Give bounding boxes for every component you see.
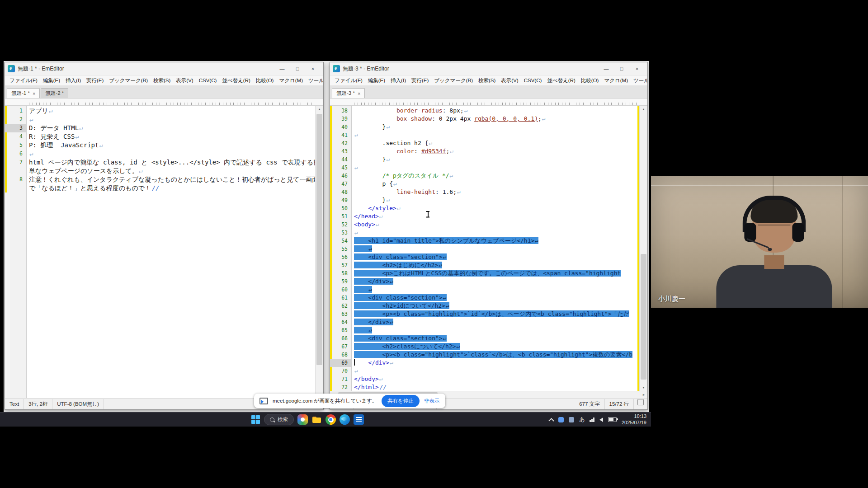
line-number[interactable]: 39 bbox=[330, 115, 351, 123]
line-number[interactable]: 69 bbox=[330, 359, 351, 367]
line-number[interactable]: 8 bbox=[5, 175, 26, 192]
title-bar[interactable]: 無題-1 * - EmEditor — □ × bbox=[5, 62, 323, 75]
line-number[interactable]: 58 bbox=[330, 269, 351, 277]
title-bar[interactable]: 無題-3 * - EmEditor — □ × bbox=[330, 62, 647, 75]
network-icon[interactable] bbox=[590, 417, 594, 422]
line-number[interactable]: 2 bbox=[5, 115, 26, 124]
line-number[interactable]: 55 bbox=[330, 245, 351, 253]
line-text[interactable]: <h2>idについて</h2>↵ bbox=[351, 302, 647, 310]
line-number[interactable]: 46 bbox=[330, 172, 351, 180]
maximize-icon[interactable]: □ bbox=[614, 63, 629, 74]
text-editor-area[interactable]: 38 border-radius: 8px;↵39 box-shadow: 0 … bbox=[330, 106, 647, 391]
line-text[interactable]: .section h2 {↵ bbox=[351, 139, 647, 147]
vertical-scrollbar[interactable]: ▲ ▼ bbox=[315, 106, 323, 398]
line-number[interactable]: 57 bbox=[330, 261, 351, 269]
line-text[interactable]: </body>↵ bbox=[351, 375, 647, 383]
tab-close-icon[interactable]: × bbox=[358, 91, 360, 96]
editor-tab[interactable]: 無題-2 * bbox=[41, 88, 68, 98]
line-text[interactable]: color: #d9534f;↵ bbox=[351, 147, 647, 155]
status-zoom-icon[interactable] bbox=[637, 399, 644, 405]
line-number[interactable]: 5 bbox=[5, 141, 26, 150]
scroll-up-icon[interactable]: ▲ bbox=[316, 106, 323, 113]
line-text[interactable]: </head>↵ bbox=[351, 212, 647, 221]
menu-item[interactable]: ツール(L) bbox=[306, 77, 323, 84]
line-text[interactable]: <h2>はじめに</h2>↵ bbox=[351, 261, 647, 269]
line-text[interactable]: </div>↵ bbox=[351, 359, 647, 367]
line-number[interactable]: 68 bbox=[330, 351, 351, 359]
notes-app-icon[interactable] bbox=[354, 414, 364, 425]
menu-item[interactable]: 編集(E) bbox=[40, 77, 63, 84]
line-number[interactable]: 50 bbox=[330, 204, 351, 212]
line-number[interactable]: 47 bbox=[330, 180, 351, 188]
menu-item[interactable]: 比較(O) bbox=[253, 77, 277, 84]
menu-item[interactable]: 比較(O) bbox=[578, 77, 602, 84]
line-number[interactable]: 60 bbox=[330, 286, 351, 294]
line-text[interactable]: <p><b class="highlight">`class`</b>は、<b … bbox=[351, 351, 647, 359]
line-text[interactable]: }↵ bbox=[351, 155, 647, 164]
line-number[interactable]: 54 bbox=[330, 237, 351, 245]
line-text[interactable]: <h2>classについて</h2>↵ bbox=[351, 343, 647, 351]
line-number[interactable]: 66 bbox=[330, 334, 351, 343]
line-number[interactable]: 61 bbox=[330, 294, 351, 302]
line-number[interactable]: 51 bbox=[330, 212, 351, 221]
menu-item[interactable]: 表示(V) bbox=[498, 77, 521, 84]
text-editor-area[interactable]: 1アプリ↵2↵3D: データ HTML↵4R: 見栄え CSS↵5P: 処理 J… bbox=[5, 106, 323, 398]
menu-item[interactable]: ファイル(F) bbox=[7, 77, 40, 84]
line-text[interactable]: アプリ↵ bbox=[26, 107, 323, 115]
line-number[interactable]: 53 bbox=[330, 229, 351, 237]
close-icon[interactable]: × bbox=[629, 63, 645, 74]
line-number[interactable]: 56 bbox=[330, 253, 351, 261]
tab-close-icon[interactable]: × bbox=[33, 91, 35, 96]
line-text[interactable]: ↵ bbox=[26, 150, 323, 158]
menu-item[interactable]: ツール(L) bbox=[631, 77, 647, 84]
line-number[interactable]: 65 bbox=[330, 326, 351, 334]
line-number[interactable]: 72 bbox=[330, 383, 351, 391]
taskbar-search[interactable]: 検索 bbox=[264, 414, 294, 425]
vertical-scrollbar[interactable]: ▲ ▼ bbox=[639, 106, 647, 391]
line-number[interactable]: 1 bbox=[5, 107, 26, 115]
line-text[interactable]: }↵ bbox=[351, 123, 647, 131]
line-text[interactable]: ↵ bbox=[351, 245, 647, 253]
line-text[interactable]: ↵ bbox=[351, 164, 647, 172]
chrome-icon[interactable] bbox=[326, 414, 336, 425]
line-number[interactable]: 64 bbox=[330, 318, 351, 326]
edge-icon[interactable] bbox=[340, 414, 350, 425]
tray-overflow-chevron-icon[interactable] bbox=[548, 418, 554, 424]
line-number[interactable]: 70 bbox=[330, 367, 351, 375]
line-number[interactable]: 49 bbox=[330, 196, 351, 204]
menu-item[interactable]: 検索(S) bbox=[151, 77, 173, 84]
line-text[interactable]: }↵ bbox=[351, 196, 647, 204]
scrollbar-thumb[interactable] bbox=[641, 254, 646, 380]
scroll-right-icon[interactable]: ► bbox=[640, 391, 647, 398]
line-text[interactable]: <h1 id="main-title">私のシンプルなウェブページ</h1>↵ bbox=[351, 237, 647, 245]
speaker-icon[interactable] bbox=[599, 418, 603, 422]
close-icon[interactable]: × bbox=[305, 63, 321, 74]
scroll-up-icon[interactable]: ▲ bbox=[640, 106, 647, 113]
line-text[interactable]: </html>// bbox=[351, 383, 647, 391]
line-number[interactable]: 45 bbox=[330, 164, 351, 172]
line-text[interactable]: <div class="section">↵ bbox=[351, 253, 647, 261]
line-text[interactable]: <p><b class="highlight">`id`</b>は、ページ内で<… bbox=[351, 310, 647, 318]
line-text[interactable]: P: 処理 JavaScript↵ bbox=[26, 141, 323, 150]
line-text[interactable]: ↵ bbox=[351, 229, 647, 237]
editor-tab[interactable]: 無題-3 *× bbox=[332, 88, 365, 98]
taskbar-clock[interactable]: 10:13 2025/07/19 bbox=[622, 413, 646, 426]
hide-banner-link[interactable]: 非表示 bbox=[424, 398, 440, 404]
tray-app-icon[interactable] bbox=[558, 417, 564, 422]
menu-item[interactable]: 挿入(I) bbox=[63, 77, 84, 84]
minimize-icon[interactable]: — bbox=[599, 63, 614, 74]
photos-app-icon[interactable] bbox=[297, 414, 308, 425]
menu-item[interactable]: ファイル(F) bbox=[332, 77, 365, 84]
line-number[interactable]: 38 bbox=[330, 107, 351, 115]
line-text[interactable]: <p>これはHTMLとCSSの基本的な例です。このページでは、<span cla… bbox=[351, 269, 647, 277]
line-text[interactable]: 注意！くれぐれも、インタラクティブな凝ったものとかにはしないこと！初心者がぱっと… bbox=[26, 175, 323, 192]
menu-item[interactable]: 挿入(I) bbox=[388, 77, 409, 84]
ime-indicator[interactable]: あ bbox=[579, 416, 585, 423]
menu-item[interactable]: 並べ替え(R) bbox=[544, 77, 578, 84]
line-text[interactable]: ↵ bbox=[351, 326, 647, 334]
line-text[interactable]: <body>↵ bbox=[351, 221, 647, 229]
line-number[interactable]: 44 bbox=[330, 155, 351, 164]
line-text[interactable]: ↵ bbox=[351, 367, 647, 375]
line-text[interactable]: box-shadow: 0 2px 4px rgba(0, 0, 0, 0.1)… bbox=[351, 115, 647, 123]
line-text[interactable]: <div class="section">↵ bbox=[351, 334, 647, 343]
